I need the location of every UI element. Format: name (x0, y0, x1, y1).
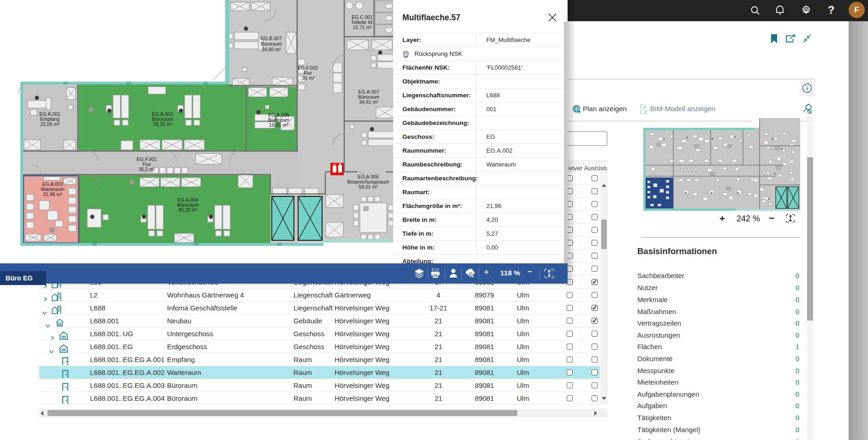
svg-text:21,96 m²: 21,96 m² (43, 191, 62, 197)
svg-text:Büroraum: Büroraum (261, 41, 282, 47)
svg-text:70,23 m²: 70,23 m² (153, 121, 172, 127)
svg-text:?: ? (828, 4, 835, 16)
svg-text:59,01 m²: 59,01 m² (359, 184, 378, 190)
svg-text:19,51 m²: 19,51 m² (269, 122, 288, 128)
svg-text:22,05 m²: 22,05 m² (40, 121, 60, 127)
svg-text:10,71 m²: 10,71 m² (353, 24, 372, 30)
svg-text:35,2 m²: 35,2 m² (138, 166, 155, 172)
svg-text:EG.B.007: EG.B.007 (261, 36, 282, 41)
svg-text:,91 m²: ,91 m² (301, 75, 315, 81)
svg-text:80,20 m²: 80,20 m² (178, 207, 198, 213)
svg-text:34,60 m²: 34,60 m² (262, 47, 281, 52)
svg-text:34,61 m²: 34,61 m² (359, 99, 378, 105)
